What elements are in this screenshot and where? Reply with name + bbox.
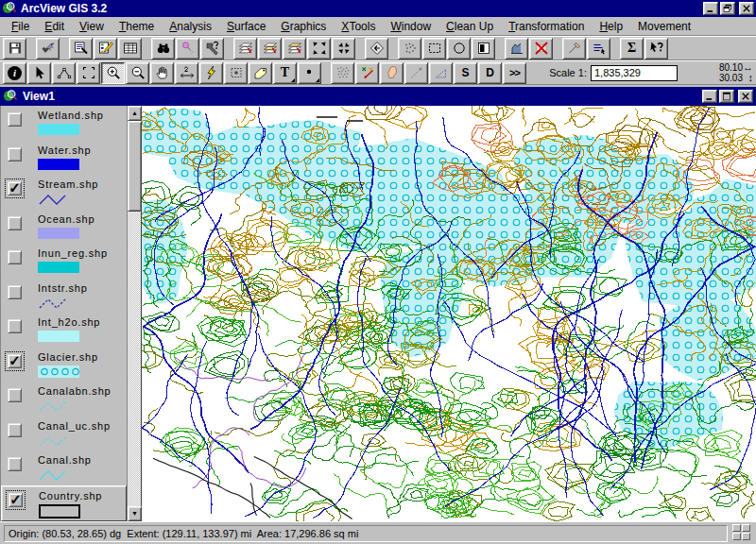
select-feature-button[interactable]: [398, 38, 421, 60]
more-tools-button[interactable]: >>: [503, 62, 526, 84]
theme-properties-button[interactable]: [69, 38, 93, 60]
layer-checkbox[interactable]: [8, 112, 22, 127]
xt-line-button[interactable]: [404, 62, 428, 84]
zoom-selected-button[interactable]: [283, 38, 306, 60]
draw-edge-button[interactable]: [562, 38, 586, 60]
pan-button[interactable]: [150, 62, 174, 84]
layer-row-ocean-shp[interactable]: Ocean.shp: [1, 210, 127, 245]
layer-row-country-shp[interactable]: ✓Country.shp: [1, 485, 127, 522]
add-theme-button[interactable]: [36, 38, 60, 60]
app-titlebar[interactable]: ArcView GIS 3.2: [0, 0, 756, 17]
measure-button[interactable]: [175, 62, 198, 84]
xt-draw-button[interactable]: [331, 62, 354, 84]
menu-graphics[interactable]: Graphics: [273, 17, 334, 36]
menu-view[interactable]: View: [72, 17, 112, 36]
save-button[interactable]: [3, 38, 26, 60]
clear-selection-button[interactable]: [529, 38, 553, 60]
layer-checkbox[interactable]: [8, 147, 22, 162]
menu-xtools[interactable]: XTools: [334, 17, 383, 36]
zoom-out-extent-button[interactable]: [332, 38, 355, 60]
layer-checkbox[interactable]: ✓: [8, 354, 22, 368]
select-circle-button[interactable]: [447, 38, 471, 60]
histogram-icon: [509, 41, 524, 56]
zoom-previous-button[interactable]: [365, 38, 388, 60]
dropdown-corner-icon: [291, 78, 295, 82]
layer-checkbox[interactable]: [8, 285, 22, 299]
view-minimize-button[interactable]: [702, 90, 717, 103]
histogram-button[interactable]: [505, 38, 528, 60]
view-titlebar[interactable]: View1: [0, 87, 756, 106]
layer-name: Canal.shp: [38, 454, 92, 466]
help-pointer-button[interactable]: [644, 38, 668, 60]
find-button[interactable]: [151, 38, 175, 60]
xt-xy-button[interactable]: [355, 62, 379, 84]
menu-edit[interactable]: Edit: [37, 17, 72, 36]
edit-legend-button[interactable]: [94, 38, 117, 60]
layer-row-int-h2o-shp[interactable]: Int_h2o.shp: [1, 313, 127, 348]
select-rect-button[interactable]: [422, 38, 446, 60]
layer-row-glacier-shp[interactable]: ✓Glacier.shp: [1, 348, 127, 382]
d-tool-button[interactable]: D: [478, 62, 502, 84]
menu-help[interactable]: Help: [592, 17, 630, 36]
text-tool-button[interactable]: T: [273, 62, 297, 84]
menu-window[interactable]: Window: [383, 17, 438, 36]
sum-button[interactable]: Σ: [620, 38, 644, 60]
view-maximize-button[interactable]: [719, 90, 734, 103]
layer-checkbox[interactable]: ✓: [8, 181, 22, 196]
layer-row-wetland-shp[interactable]: Wetland.shp: [1, 106, 127, 141]
layer-checkbox[interactable]: [8, 423, 22, 437]
zoom-active-theme-button[interactable]: [258, 38, 282, 60]
s-tool-button[interactable]: S: [454, 62, 477, 84]
layer-row-inun-reg-shp[interactable]: Inun_reg.shp: [1, 244, 127, 279]
map-canvas[interactable]: [142, 106, 756, 521]
restore-button[interactable]: [720, 2, 735, 15]
scroll-up-button[interactable]: ▲: [128, 106, 142, 121]
close-button[interactable]: [739, 2, 754, 15]
zoom-full-extent-button[interactable]: [233, 38, 257, 60]
vertex-edit-button[interactable]: [52, 62, 76, 84]
locate-button[interactable]: [176, 38, 199, 60]
menu-theme[interactable]: Theme: [112, 17, 162, 36]
zoom-in-extent-button[interactable]: [307, 38, 331, 60]
scale-input[interactable]: [591, 65, 678, 81]
layer-checkbox[interactable]: ✓: [9, 493, 23, 507]
zoom-in-tool-button[interactable]: [101, 62, 125, 84]
label-tag-button[interactable]: [249, 62, 272, 84]
menu-surface[interactable]: Surface: [219, 17, 273, 36]
view-close-button[interactable]: [738, 90, 753, 103]
select-box-button[interactable]: [77, 62, 100, 84]
layer-row-canalabn-shp[interactable]: Canalabn.shp: [1, 382, 127, 416]
layer-checkbox[interactable]: [8, 250, 22, 264]
menu-analysis[interactable]: Analysis: [162, 17, 219, 36]
layer-row-water-shp[interactable]: Water.shp: [1, 141, 127, 176]
open-table-button[interactable]: [118, 38, 142, 60]
layer-checkbox[interactable]: [8, 457, 22, 471]
query-builder-button[interactable]: [200, 38, 224, 60]
menu-transformation[interactable]: Transformation: [501, 17, 592, 36]
minimize-button[interactable]: [703, 2, 718, 15]
menu-movement[interactable]: Movement: [630, 17, 698, 36]
menu-file[interactable]: File: [4, 17, 37, 36]
identify-button[interactable]: i: [3, 62, 26, 84]
resize-grip[interactable]: [732, 524, 752, 542]
move-labels-button[interactable]: [587, 38, 610, 60]
layer-row-intstr-shp[interactable]: Intstr.shp: [1, 279, 127, 314]
select-film-button[interactable]: [472, 38, 495, 60]
layer-checkbox[interactable]: [8, 216, 22, 230]
toc-scrollbar[interactable]: ▲ ▼: [127, 106, 141, 521]
layer-row-canal-shp[interactable]: Canal.shp: [1, 450, 127, 485]
scroll-down-button[interactable]: ▼: [128, 506, 142, 521]
layer-checkbox[interactable]: [8, 319, 22, 333]
layer-checkbox[interactable]: [8, 388, 22, 402]
layer-row-stream-shp[interactable]: ✓Stream.shp: [1, 175, 127, 210]
area-select-button[interactable]: [224, 62, 248, 84]
xt-face-button[interactable]: [380, 62, 404, 84]
xt-slope-button[interactable]: [429, 62, 453, 84]
pointer-button[interactable]: [27, 62, 51, 84]
hotlink-button[interactable]: [199, 62, 223, 84]
zoom-out-tool-button[interactable]: [126, 62, 149, 84]
scrollbar-thumb[interactable]: [128, 121, 142, 212]
menu-clean-up[interactable]: Clean Up: [438, 17, 501, 36]
layer-row-canal-uc-shp[interactable]: Canal_uc.shp: [1, 416, 127, 451]
marker-button[interactable]: [298, 62, 321, 84]
